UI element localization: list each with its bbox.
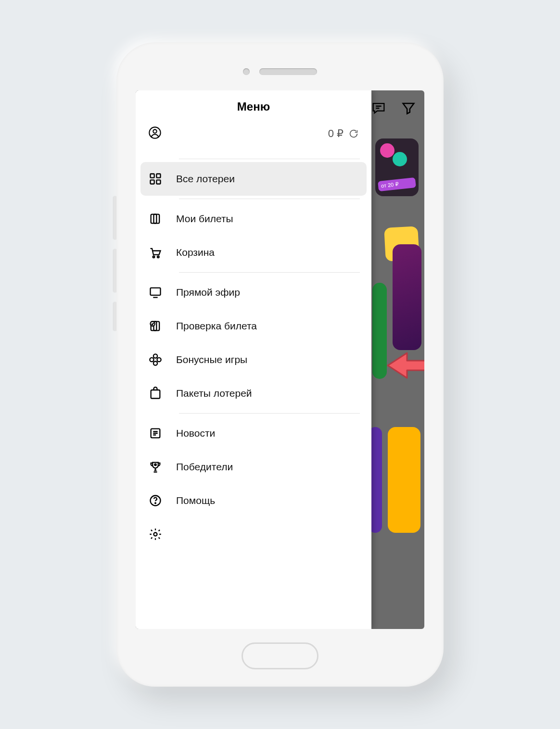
balance-value: 0 ₽: [328, 127, 344, 140]
menu-list: Все лотереи Мои билеты Корзина: [136, 156, 371, 629]
chat-icon[interactable]: [370, 100, 387, 118]
drawer-title: Меню: [136, 90, 371, 117]
menu-item-bonus-games[interactable]: Бонусные игры: [136, 343, 371, 377]
divider: [179, 199, 360, 199]
menu-item-lottery-packs[interactable]: Пакеты лотерей: [136, 377, 371, 410]
trophy-icon: [148, 460, 163, 474]
price-badge: от 20 ₽: [378, 177, 416, 191]
svg-point-18: [155, 503, 156, 503]
menu-item-label: Все лотереи: [176, 173, 235, 185]
check-ticket-icon: [148, 319, 163, 333]
header-actions: [370, 100, 417, 118]
menu-drawer: Меню 0 ₽ Все лотереи: [136, 90, 371, 629]
news-icon: [148, 426, 163, 440]
menu-item-label: Пакеты лотерей: [176, 388, 252, 399]
svg-point-16: [154, 464, 156, 466]
clover-icon: [148, 352, 163, 367]
phone-side-button: [114, 196, 116, 239]
bag-icon: [148, 386, 163, 401]
svg-point-19: [154, 533, 157, 536]
phone-side-button: [114, 249, 116, 292]
chip-icon: [393, 152, 407, 166]
svg-rect-4: [151, 180, 154, 184]
divider: [179, 413, 360, 414]
menu-item-label: Корзина: [176, 247, 215, 258]
svg-point-9: [157, 256, 159, 258]
menu-item-my-tickets[interactable]: Мои билеты: [136, 202, 371, 236]
cart-icon: [148, 245, 163, 260]
promo-card-green[interactable]: [372, 283, 387, 379]
menu-item-label: Прямой эфир: [176, 287, 240, 298]
menu-item-label: Бонусные игры: [176, 354, 247, 365]
menu-item-partial[interactable]: [136, 517, 371, 541]
settings-icon: [148, 527, 163, 541]
menu-item-label: Мои билеты: [176, 213, 233, 225]
account-row: 0 ₽: [136, 117, 371, 156]
menu-item-live[interactable]: Прямой эфир: [136, 276, 371, 309]
grid-icon: [148, 172, 163, 186]
svg-rect-2: [151, 174, 154, 178]
balance-display[interactable]: 0 ₽: [328, 127, 359, 140]
svg-point-8: [153, 256, 155, 258]
menu-item-check-ticket[interactable]: Проверка билета: [136, 309, 371, 343]
phone-side-button: [114, 302, 116, 331]
phone-speaker: [259, 68, 317, 75]
divider: [179, 159, 360, 159]
menu-item-label: Победители: [176, 461, 233, 473]
chip-icon: [380, 143, 395, 158]
menu-item-label: Проверка билета: [176, 320, 257, 332]
promo-card[interactable]: от 20 ₽: [375, 138, 419, 196]
help-icon: [148, 493, 163, 508]
promo-card-purple[interactable]: [393, 244, 421, 350]
phone-home-button: [242, 642, 318, 669]
app-screen: от 20 ₽ Меню 0 ₽: [136, 90, 424, 629]
promo-card-orange[interactable]: [388, 427, 420, 533]
menu-item-winners[interactable]: Победители: [136, 450, 371, 484]
menu-item-all-lotteries[interactable]: Все лотереи: [140, 162, 367, 196]
svg-rect-3: [156, 174, 160, 178]
menu-item-label: Помощь: [176, 495, 215, 506]
menu-item-label: Новости: [176, 427, 215, 439]
refresh-icon[interactable]: [348, 128, 359, 139]
svg-rect-14: [151, 390, 160, 399]
filter-icon[interactable]: [400, 100, 417, 118]
menu-item-help[interactable]: Помощь: [136, 484, 371, 517]
profile-icon[interactable]: [148, 126, 162, 141]
phone-mockup: от 20 ₽ Меню 0 ₽: [116, 42, 444, 687]
svg-point-1: [153, 129, 156, 133]
menu-item-news[interactable]: Новости: [136, 416, 371, 450]
svg-rect-5: [156, 180, 160, 184]
phone-speaker-area: [116, 68, 444, 75]
svg-rect-10: [151, 288, 161, 295]
menu-item-cart[interactable]: Корзина: [136, 236, 371, 269]
tv-icon: [148, 285, 163, 300]
tickets-icon: [148, 212, 163, 226]
phone-camera-dot: [243, 68, 250, 75]
divider: [179, 272, 360, 273]
